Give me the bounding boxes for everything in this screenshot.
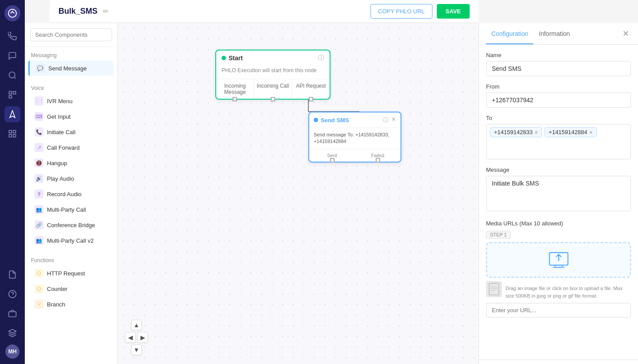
media-section: Media URLs (Max 10 allowed) STEP 1 [486, 220, 631, 318]
app-bar: Bulk_SMS ✏ COPY PHLO URL SAVE [50, 0, 478, 23]
svg-rect-3 [13, 92, 16, 94]
counter-icon: ⬡ [35, 284, 43, 293]
multi-party-call-v2-label: Multi-Party Call v2 [47, 237, 93, 244]
sms-node-header: Send SMS ⓘ ✕ [309, 112, 401, 128]
search-input[interactable] [30, 28, 112, 41]
message-field-group: Message Initiate Bulk SMS [486, 167, 631, 213]
conference-bridge-icon: 🔗 [35, 221, 43, 229]
start-node[interactable]: Start ⓘ PHLO Execution will start from t… [215, 50, 331, 100]
save-button[interactable]: SAVE [437, 4, 470, 19]
trigger-incoming-call-connector [271, 97, 275, 101]
zoom-down-button[interactable]: ▼ [131, 345, 142, 355]
nav-layers-icon[interactable] [4, 325, 20, 341]
nav-help-icon[interactable] [4, 286, 20, 302]
nav-reports-icon[interactable] [4, 267, 20, 283]
call-forward-component[interactable]: ↗ Call Forward [28, 140, 114, 155]
multi-party-call-v2-component[interactable]: 👥 Multi-Party Call v2 [28, 233, 114, 248]
file-type-icon [486, 281, 502, 297]
counter-label: Counter [47, 286, 67, 292]
start-node-body: PHLO Execution will start from this node [216, 66, 330, 77]
to-tag-1-value: +14159142833 [494, 129, 533, 136]
to-field-container[interactable]: +14159142833 × +14159142884 × [486, 124, 631, 159]
svg-rect-6 [9, 131, 12, 133]
sms-close-icon[interactable]: ✕ [391, 116, 396, 124]
start-info-icon[interactable]: ⓘ [318, 54, 324, 62]
canvas-area[interactable]: Start ⓘ PHLO Execution will start from t… [118, 23, 478, 364]
record-audio-component[interactable]: 🎙 Record Audio [28, 186, 114, 201]
zoom-left-button[interactable]: ◀ [125, 332, 136, 343]
media-section-label: Media URLs (Max 10 allowed) [486, 220, 631, 227]
sms-title-text: Send SMS [321, 117, 349, 124]
multi-party-call-label: Multi-Party Call [47, 206, 86, 213]
app-logo [4, 5, 20, 21]
multi-party-call-component[interactable]: 👥 Multi-Party Call [28, 202, 114, 217]
url-input[interactable] [486, 303, 631, 318]
counter-component[interactable]: ⬡ Counter [28, 281, 114, 296]
upload-box[interactable] [486, 242, 631, 278]
trigger-api-request[interactable]: API Request [292, 79, 330, 99]
sms-sent-output: Sent [309, 151, 355, 160]
to-field-group: To +14159142833 × +14159142884 × [486, 115, 631, 159]
nav-chat-icon[interactable] [4, 48, 20, 64]
trigger-incoming-message[interactable]: Incoming Message [216, 79, 254, 99]
start-description: PHLO Execution will start from this node [222, 67, 317, 74]
svg-rect-12 [9, 312, 16, 317]
user-avatar[interactable]: MH [5, 345, 19, 359]
to-tag-2-remove[interactable]: × [589, 129, 592, 136]
right-panel: Configuration Information ✕ Name From [478, 23, 638, 364]
messaging-section: Messaging 💬 Send Message [25, 47, 117, 80]
hangup-icon: 📵 [35, 159, 43, 167]
http-request-component[interactable]: ⬡ HTTP Request [28, 266, 114, 281]
functions-section: Functions ⬡ HTTP Request ⬡ Counter ⑂ Bra… [25, 252, 117, 316]
svg-rect-9 [13, 135, 16, 137]
zoom-up-button[interactable]: ▲ [131, 320, 142, 330]
tab-information[interactable]: Information [533, 23, 575, 44]
play-audio-component[interactable]: 🔊 Play Audio [28, 171, 114, 186]
sms-node[interactable]: Send SMS ⓘ ✕ Send message To: +141591428… [308, 112, 401, 163]
trigger-incoming-call[interactable]: Incoming Call [254, 79, 292, 99]
from-field-label: From [486, 83, 631, 90]
svg-rect-7 [13, 131, 16, 133]
sms-body-text: Send message To: +14159142833, +14159142… [314, 132, 389, 144]
hangup-label: Hangup [47, 160, 67, 167]
zoom-right-button[interactable]: ▶ [137, 332, 148, 343]
panel-close-button[interactable]: ✕ [621, 27, 631, 40]
edit-icon[interactable]: ✏ [103, 7, 109, 15]
to-tag-1-remove[interactable]: × [534, 129, 538, 136]
sms-info-icon[interactable]: ⓘ [383, 116, 389, 124]
start-node-triggers: Incoming Message Incoming Call API Reque… [216, 79, 330, 99]
voice-section: Voice ⋮⋮ IVR Menu ⌨ Get Input 📞 Initiate… [25, 80, 117, 252]
branch-label: Branch [47, 301, 65, 308]
get-input-label: Get Input [47, 113, 70, 120]
nav-search-icon[interactable] [4, 67, 20, 83]
canvas-zoom-controls: ▲ ◀ ▶ ▼ [125, 320, 148, 355]
get-input-component[interactable]: ⌨ Get Input [28, 109, 114, 124]
from-field-input[interactable] [486, 93, 631, 108]
call-forward-label: Call Forward [47, 144, 80, 151]
tab-configuration[interactable]: Configuration [486, 23, 533, 44]
functions-section-label: Functions [25, 256, 117, 265]
name-field-input[interactable] [486, 61, 631, 76]
nav-grid-icon[interactable] [4, 126, 20, 142]
nav-support-icon[interactable] [4, 306, 20, 321]
sms-node-title: Send SMS [314, 117, 349, 124]
start-node-header: Start ⓘ [216, 50, 330, 66]
nav-flow-icon[interactable] [4, 106, 20, 122]
message-textarea[interactable]: Initiate Bulk SMS [486, 176, 631, 211]
to-tag-2-value: +14159142884 [549, 129, 587, 136]
send-message-component[interactable]: 💬 Send Message [28, 61, 114, 76]
nav-phone-icon[interactable] [4, 28, 20, 44]
get-input-icon: ⌨ [35, 112, 43, 121]
upload-hint-text: Drag an image file or click on box to up… [506, 285, 631, 299]
copy-url-button[interactable]: COPY PHLO URL [370, 4, 432, 19]
nav-sip-icon[interactable] [4, 87, 20, 103]
trigger-api-request-connector [309, 97, 313, 101]
initiate-call-icon: 📞 [35, 128, 43, 136]
branch-component[interactable]: ⑂ Branch [28, 297, 114, 312]
conference-bridge-component[interactable]: 🔗 Conference Bridge [28, 217, 114, 232]
initiate-call-component[interactable]: 📞 Initiate Call [28, 124, 114, 139]
conference-bridge-label: Conference Bridge [47, 222, 95, 228]
ivr-menu-component[interactable]: ⋮⋮ IVR Menu [28, 93, 114, 108]
sms-failed-connector [376, 158, 380, 163]
hangup-component[interactable]: 📵 Hangup [28, 155, 114, 170]
